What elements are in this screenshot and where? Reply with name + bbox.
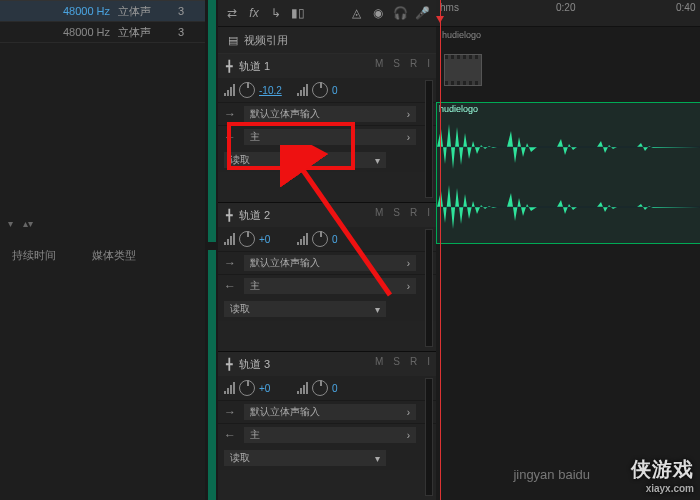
media-count: 3: [178, 5, 184, 17]
mediatype-header[interactable]: 媒体类型: [92, 248, 136, 263]
sort-icon[interactable]: ▴▾: [23, 218, 33, 229]
level-meter: [425, 80, 433, 198]
volume-icon: [224, 382, 235, 394]
monitor-button[interactable]: I: [427, 207, 430, 218]
monitor-button[interactable]: I: [427, 356, 430, 367]
input-row: → 默认立体声输入› ⦸: [218, 251, 436, 274]
volume-row: -10.2 0: [218, 78, 436, 102]
mute-button[interactable]: M: [375, 207, 383, 218]
person-icon[interactable]: ◉: [370, 5, 386, 21]
video-ref-label: 视频引用: [244, 33, 288, 48]
volume-knob[interactable]: [239, 231, 255, 247]
output-select[interactable]: 主›: [244, 129, 416, 145]
input-select[interactable]: 默认立体声输入›: [244, 106, 416, 122]
record-button[interactable]: R: [410, 207, 417, 218]
volume-value[interactable]: +0: [259, 234, 283, 245]
automation-select[interactable]: 读取▾: [224, 152, 386, 168]
waveform-upper: [437, 119, 700, 175]
input-row: → 默认立体声输入› ⦸: [218, 102, 436, 125]
automation-select[interactable]: 读取▾: [224, 450, 386, 466]
record-button[interactable]: R: [410, 58, 417, 69]
pan-value[interactable]: 0: [332, 85, 356, 96]
output-select[interactable]: 主›: [244, 427, 416, 443]
track-icon: ╋: [226, 209, 233, 222]
automation-row: 读取▾: [218, 297, 436, 321]
output-arrow-icon: ←: [224, 428, 238, 442]
chart-icon[interactable]: ▮▯: [290, 5, 306, 21]
solo-button[interactable]: S: [393, 58, 400, 69]
media-count: 3: [178, 26, 184, 38]
channels: 立体声: [118, 4, 178, 19]
pan-knob[interactable]: [312, 380, 328, 396]
track-name: 轨道 1: [239, 59, 270, 74]
audio-clip[interactable]: hudielogo: [436, 102, 700, 244]
left-panel: 48000 Hz 立体声 3 48000 Hz 立体声 3 ▾ ▴▾ 持续时间 …: [0, 0, 205, 500]
track-icon: ╋: [226, 60, 233, 73]
pan-knob[interactable]: [312, 231, 328, 247]
mic-icon[interactable]: 🎤: [414, 5, 430, 21]
pan-knob[interactable]: [312, 82, 328, 98]
volume-knob[interactable]: [239, 380, 255, 396]
duration-header[interactable]: 持续时间: [12, 248, 92, 263]
track-header[interactable]: ╋ 轨道 1 M S R I: [218, 54, 436, 78]
output-row: ← 主›: [218, 125, 436, 148]
output-select[interactable]: 主›: [244, 278, 416, 294]
input-select[interactable]: 默认立体声输入›: [244, 255, 416, 271]
monitor-button[interactable]: I: [427, 58, 430, 69]
volume-value[interactable]: -10.2: [259, 85, 283, 96]
output-row: ← 主›: [218, 274, 436, 297]
playhead[interactable]: [440, 0, 441, 500]
input-select[interactable]: 默认立体声输入›: [244, 404, 416, 420]
pan-value[interactable]: 0: [332, 383, 356, 394]
automation-select[interactable]: 读取▾: [224, 301, 386, 317]
track-3: ╋ 轨道 3 M S R I +0 0 → 默认立体声输入› ⦸ ← 主›: [218, 352, 436, 500]
watermark-secondary: jingyan baidu: [513, 467, 590, 482]
volume-value[interactable]: +0: [259, 383, 283, 394]
ruler-mark: 0:20: [556, 2, 575, 13]
volume-icon: [224, 84, 235, 96]
track-1: ╋ 轨道 1 M S R I -10.2 0 → 默认立体声输入› ⦸ ← 主›: [218, 54, 436, 203]
headphones-icon[interactable]: 🎧: [392, 5, 408, 21]
column-headers: 持续时间 媒体类型: [0, 248, 217, 263]
pan-icon: [297, 382, 308, 394]
level-meter: [425, 229, 433, 347]
volume-row: +0 0: [218, 376, 436, 400]
waveform-lower: [437, 179, 700, 235]
solo-button[interactable]: S: [393, 356, 400, 367]
pan-value[interactable]: 0: [332, 234, 356, 245]
send-icon[interactable]: ↳: [268, 5, 284, 21]
automation-row: 读取▾: [218, 446, 436, 470]
sample-rate: 48000 Hz: [40, 26, 118, 38]
track-panel: ⇄ fx ↳ ▮▯ ◬ ◉ 🎧 🎤 ▤ 视频引用 ╋ 轨道 1 M S R I …: [218, 0, 436, 500]
output-row: ← 主›: [218, 423, 436, 446]
timeline[interactable]: hms 0:20 0:40 hudielogo hudielogo: [436, 0, 700, 500]
ruler-mark: 0:40: [676, 2, 695, 13]
volume-knob[interactable]: [239, 82, 255, 98]
fx-icon[interactable]: fx: [246, 5, 262, 21]
mute-button[interactable]: M: [375, 58, 383, 69]
time-ruler[interactable]: hms 0:20 0:40: [436, 0, 700, 27]
output-arrow-icon: ←: [224, 279, 238, 293]
input-arrow-icon: →: [224, 405, 238, 419]
metronome-icon[interactable]: ◬: [348, 5, 364, 21]
solo-button[interactable]: S: [393, 207, 400, 218]
media-row[interactable]: 48000 Hz 立体声 3: [0, 22, 205, 43]
swap-icon[interactable]: ⇄: [224, 5, 240, 21]
video-thumbnail[interactable]: [444, 54, 482, 86]
track-name: 轨道 2: [239, 208, 270, 223]
track-header[interactable]: ╋ 轨道 2 M S R I: [218, 203, 436, 227]
mute-button[interactable]: M: [375, 356, 383, 367]
film-icon: ▤: [228, 34, 238, 47]
track-header[interactable]: ╋ 轨道 3 M S R I: [218, 352, 436, 376]
input-arrow-icon: →: [224, 107, 238, 121]
volume-row: +0 0: [218, 227, 436, 251]
sample-rate: 48000 Hz: [40, 5, 118, 17]
filter-icon[interactable]: ▾: [8, 218, 13, 229]
track-icon: ╋: [226, 358, 233, 371]
pan-icon: [297, 233, 308, 245]
left-toolbar: ▾ ▴▾: [0, 218, 213, 229]
media-row[interactable]: 48000 Hz 立体声 3: [0, 1, 205, 22]
video-reference-row[interactable]: ▤ 视频引用: [218, 27, 436, 54]
track-name: 轨道 3: [239, 357, 270, 372]
record-button[interactable]: R: [410, 356, 417, 367]
